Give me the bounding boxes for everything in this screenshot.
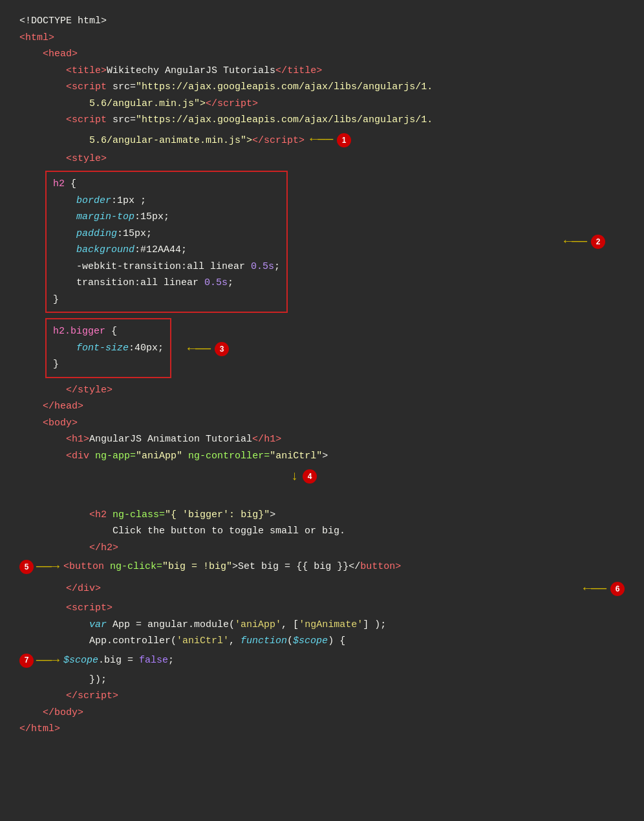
line-button-wrapper: 5 ――→ <button ng-click="big = !big">Set … — [19, 556, 625, 578]
line-border: border:1px ; — [53, 193, 280, 209]
line-webkit-transition: -webkit-transition:all linear 0.5s; — [53, 259, 280, 275]
div-ng-wrapper: <div ng-app="aniApp" ng-controller="aniC… — [19, 448, 625, 491]
line-script2b: 5.6/angular-animate.min.js"></script>←――… — [19, 129, 625, 151]
line-empty1 — [19, 490, 625, 507]
badge-5: 5 — [19, 560, 34, 574]
line-script2b-wrapper: 5.6/angular-animate.min.js"></script>←――… — [19, 129, 625, 151]
arrow-3-icon: ←―― — [188, 338, 211, 360]
line-title: <title>Wikitechy AngularJS Tutorials</ti… — [19, 63, 625, 80]
line-h2-close: } — [53, 292, 280, 308]
badge-7-wrapper: 7 ――→ — [19, 650, 59, 672]
line-script3-open: <script> — [19, 600, 625, 617]
line-controller: App.controller('aniCtrl', function($scop… — [19, 633, 625, 650]
arrow-4-icon: ← — [284, 473, 306, 480]
badge-3: 3 — [215, 342, 229, 356]
line-div-ng: <div ng-app="aniApp" ng-controller="aniC… — [19, 448, 625, 465]
red-box-1-wrapper: h2 { border:1px ; margin-top:15px; paddi… — [19, 167, 625, 317]
line-scope-big: $scope.big = false; — [63, 652, 625, 669]
line-button: <button ng-click="big = !big">Set big = … — [63, 559, 625, 575]
line-var: var App = angular.module('aniApp', ['ngA… — [19, 617, 625, 634]
line-background: background:#12AA44; — [53, 242, 280, 259]
line-head-open: <head> — [19, 46, 625, 63]
red-box-1: h2 { border:1px ; margin-top:15px; paddi… — [45, 171, 288, 313]
line-divclose-wrapper: </div> ←―― 6 — [19, 578, 625, 600]
badge-5-wrapper: 5 ――→ — [19, 556, 59, 578]
line-padding: padding:15px; — [53, 226, 280, 242]
badge-7: 7 — [19, 654, 34, 668]
badge-3-wrapper: ←―― 3 — [188, 338, 229, 360]
line-h2-open: h2 { — [53, 176, 280, 193]
line-script3-close: </script> — [19, 688, 625, 705]
line-font-size: font-size:40px; — [53, 340, 164, 357]
badge-6-wrapper: ←―― 6 — [583, 578, 625, 600]
arrow-1-icon: ←―― — [310, 132, 333, 147]
line-script2-wrapper: <script src="https://ajax.googleapis.com… — [19, 112, 625, 129]
line-style-open: <style> — [19, 151, 625, 167]
arrow-5-icon: ――→ — [36, 556, 59, 578]
line-margin-top: margin-top:15px; — [53, 209, 280, 226]
badge-2-wrapper: ←―― 2 — [564, 231, 605, 253]
arrow-6-icon: ←―― — [583, 578, 606, 600]
red-box-2-wrapper: h2.bigger { font-size:40px; } ←―― 3 — [19, 317, 625, 382]
line-h2-ng-class: <h2 ng-class="{ 'bigger': big}"> — [19, 507, 625, 524]
line-h2-close: </h2> — [19, 540, 625, 557]
line-head-close: </head> — [19, 398, 625, 415]
line-html-open: <html> — [19, 30, 625, 47]
badge-6: 6 — [610, 582, 625, 596]
red-box-2: h2.bigger { font-size:40px; } — [45, 318, 171, 378]
arrow-2-icon: ←―― — [564, 231, 587, 253]
line-style-close: </style> — [19, 382, 625, 399]
code-container: <!DOCTYPE html> <html> <head> <title>Wik… — [19, 13, 625, 738]
line-doctype: <!DOCTYPE html> — [19, 13, 625, 30]
line-close-bracket: }); — [19, 672, 625, 688]
line-script1b: 5.6/angular.min.js"></script> — [19, 96, 625, 112]
line-click-text: Click the button to toggle small or big. — [19, 523, 625, 540]
line-transition: transition:all linear 0.5s; — [53, 275, 280, 292]
line-scope-wrapper: 7 ――→ $scope.big = false; — [19, 650, 625, 672]
line-div-close: </div> — [19, 581, 577, 597]
line-h2bigger-open: h2.bigger { — [53, 323, 164, 340]
line-html-close: </html> — [19, 721, 625, 738]
badge-2: 2 — [591, 235, 605, 249]
line-h1: <h1>AngularJS Animation Tutorial</h1> — [19, 431, 625, 448]
arrow-7-icon: ――→ — [36, 650, 59, 672]
line-body-open: <body> — [19, 415, 625, 432]
badge-1: 1 — [337, 133, 351, 147]
line-script1a: <script src="https://ajax.googleapis.com… — [19, 79, 625, 96]
line-script2a: <script src="https://ajax.googleapis.com… — [19, 112, 625, 129]
line-h2bigger-close: } — [53, 356, 164, 373]
badge-4-wrapper: ← 4 — [291, 465, 625, 487]
line-body-close: </body> — [19, 705, 625, 721]
